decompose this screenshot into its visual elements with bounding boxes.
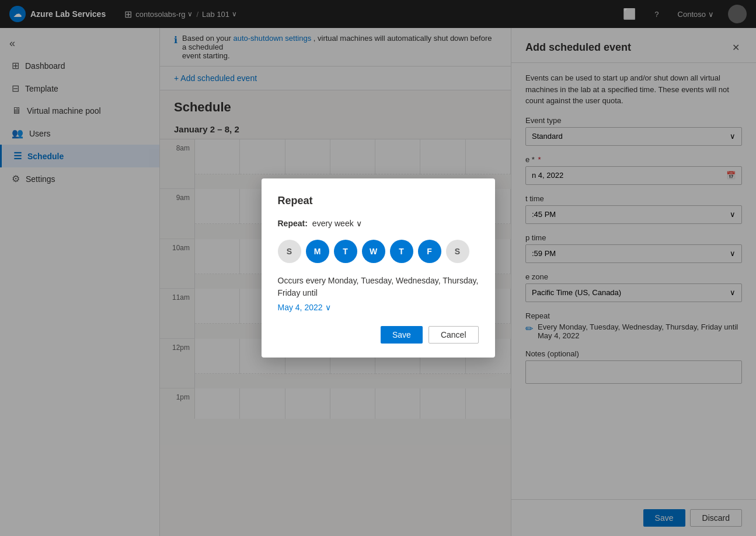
day-button-tue[interactable]: T	[334, 240, 357, 263]
modal-until-date-link[interactable]: May 4, 2022 ∨	[278, 303, 479, 312]
repeat-value: every week	[312, 219, 354, 228]
day-button-thu[interactable]: T	[390, 240, 413, 263]
modal-until-chevron-icon: ∨	[325, 303, 331, 312]
day-button-sat[interactable]: S	[446, 240, 469, 263]
repeat-chevron-icon: ∨	[356, 219, 362, 228]
modal-footer: Save Cancel	[278, 326, 479, 344]
modal-until-date: May 4, 2022	[278, 303, 323, 312]
modal-occurs-text: Occurs every Monday, Tuesday, Wednesday,…	[278, 275, 479, 299]
modal-cancel-button[interactable]: Cancel	[428, 326, 479, 344]
modal-overlay: Repeat Repeat: every week ∨ S M T W T F …	[0, 0, 756, 536]
modal-repeat-label: Repeat:	[278, 219, 308, 228]
day-button-fri[interactable]: F	[418, 240, 441, 263]
day-button-wed[interactable]: W	[362, 240, 385, 263]
modal-repeat-select[interactable]: every week ∨	[312, 219, 362, 228]
repeat-modal: Repeat Repeat: every week ∨ S M T W T F …	[262, 178, 495, 358]
modal-title: Repeat	[278, 195, 479, 207]
day-buttons: S M T W T F S	[278, 240, 479, 263]
day-button-mon[interactable]: M	[306, 240, 329, 263]
modal-save-button[interactable]: Save	[381, 326, 423, 344]
day-button-sun[interactable]: S	[278, 240, 301, 263]
modal-repeat-row: Repeat: every week ∨	[278, 219, 479, 228]
